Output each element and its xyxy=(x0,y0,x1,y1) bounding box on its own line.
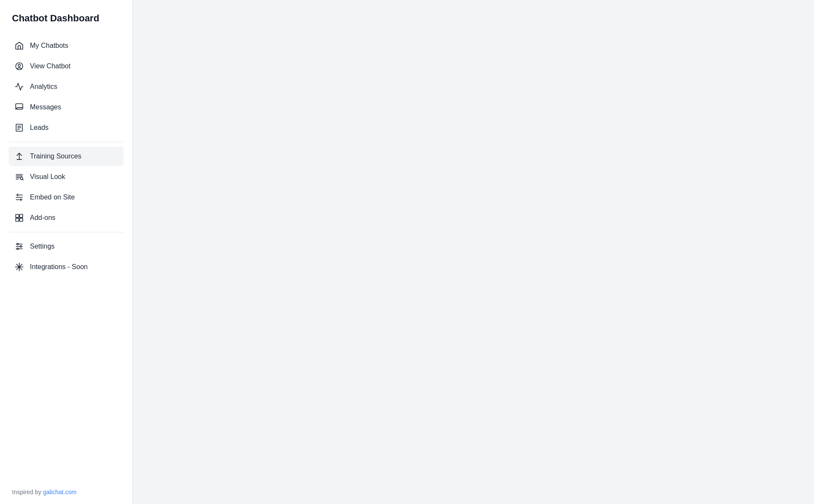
svg-point-0 xyxy=(16,63,23,70)
sidebar-nav: My Chatbots View Chatbot Analytics xyxy=(9,36,124,278)
sidebar-item-visual-look[interactable]: Visual Look xyxy=(9,167,124,187)
divider-after-leads xyxy=(9,142,124,142)
svg-point-27 xyxy=(17,243,19,245)
svg-line-14 xyxy=(23,179,23,180)
leads-icon xyxy=(15,123,24,132)
divider-after-add-ons xyxy=(9,232,124,232)
sidebar-item-messages[interactable]: Messages xyxy=(9,97,124,117)
svg-rect-22 xyxy=(16,218,19,221)
svg-point-1 xyxy=(18,64,21,67)
sidebar-item-my-chatbots[interactable]: My Chatbots xyxy=(9,36,124,56)
sidebar: Chatbot Dashboard My Chatbots View Chat xyxy=(0,0,133,504)
footer-link[interactable]: galichat.com xyxy=(43,489,77,495)
sidebar-item-label-leads: Leads xyxy=(30,124,118,132)
sidebar-item-label-visual-look: Visual Look xyxy=(30,173,118,181)
sidebar-item-training-sources[interactable]: Training Sources xyxy=(9,147,124,166)
sidebar-item-label-view-chatbot: View Chatbot xyxy=(30,62,118,70)
integrations-icon xyxy=(15,262,24,272)
sidebar-item-analytics[interactable]: Analytics xyxy=(9,77,124,97)
footer-prefix: Inspired by xyxy=(12,489,43,495)
sidebar-item-embed-on-site[interactable]: Embed on Site xyxy=(9,188,124,207)
svg-point-28 xyxy=(20,246,22,247)
sidebar-item-label-settings: Settings xyxy=(30,243,118,250)
sidebar-item-label-analytics: Analytics xyxy=(30,83,118,91)
analytics-icon xyxy=(15,82,24,91)
sidebar-item-label-messages: Messages xyxy=(30,103,118,111)
add-ons-icon xyxy=(15,213,24,223)
sidebar-item-label-my-chatbots: My Chatbots xyxy=(30,42,118,50)
embed-icon xyxy=(15,193,24,202)
svg-point-29 xyxy=(17,248,19,250)
sidebar-item-settings[interactable]: Settings xyxy=(9,237,124,256)
view-chatbot-icon xyxy=(15,62,24,71)
sidebar-item-label-integrations: Integrations - Soon xyxy=(30,263,118,271)
sidebar-item-leads[interactable]: Leads xyxy=(9,118,124,138)
settings-icon xyxy=(15,242,24,251)
visual-look-icon xyxy=(15,172,24,182)
sidebar-item-label-embed-on-site: Embed on Site xyxy=(30,193,118,201)
sidebar-item-integrations[interactable]: Integrations - Soon xyxy=(9,257,124,277)
sidebar-footer: Inspired by galichat.com xyxy=(9,480,124,495)
sidebar-item-label-training-sources: Training Sources xyxy=(30,152,118,160)
sidebar-item-view-chatbot[interactable]: View Chatbot xyxy=(9,56,124,76)
sidebar-item-label-add-ons: Add-ons xyxy=(30,214,118,222)
home-icon xyxy=(15,41,24,50)
svg-rect-23 xyxy=(20,218,23,221)
sidebar-item-add-ons[interactable]: Add-ons xyxy=(9,208,124,228)
svg-rect-20 xyxy=(16,214,19,217)
main-content xyxy=(133,0,814,504)
sidebar-title: Chatbot Dashboard xyxy=(9,13,124,24)
message-icon xyxy=(15,103,24,112)
svg-rect-21 xyxy=(20,214,23,217)
training-icon xyxy=(15,152,24,161)
